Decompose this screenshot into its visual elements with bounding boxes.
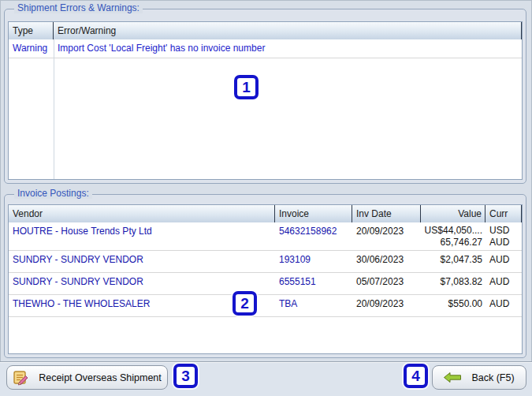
footer-bar: Receipt Overseas Shipment Back (F5) — [0, 361, 532, 396]
posting-vendor: HOUTRE - House Trends Pty Ltd — [9, 222, 275, 250]
posting-invoice: 6555151 — [275, 273, 352, 294]
errors-column-header-type[interactable]: Type — [9, 22, 54, 39]
postings-column-header-value[interactable]: Value — [421, 205, 485, 222]
back-button-label: Back (F5) — [471, 372, 514, 383]
annotation-marker-4: 4 — [404, 364, 428, 388]
postings-grid: Vendor Invoice Inv Date Value Curr HOUTR… — [8, 204, 523, 354]
posting-invoice: 193109 — [275, 251, 352, 272]
errors-column-header-message[interactable]: Error/Warning — [54, 22, 522, 39]
postings-grid-header: Vendor Invoice Inv Date Value Curr — [9, 205, 522, 223]
receipt-button-label: Receipt Overseas Shipment — [39, 372, 162, 383]
posting-value: $550.00 — [421, 295, 485, 316]
errors-grid-header: Type Error/Warning — [9, 22, 522, 40]
errors-grid-body: Warning Import Cost 'Local Freight' has … — [9, 39, 522, 179]
posting-invoice: 54632158962 — [275, 222, 352, 250]
error-row[interactable]: Warning Import Cost 'Local Freight' has … — [9, 39, 522, 58]
posting-value: US$44,050.... 65,746.27 — [421, 222, 485, 250]
postings-grid-body: HOUTRE - House Trends Pty Ltd 5463215896… — [9, 222, 522, 353]
shipment-errors-warnings-title: Shipment Errors & Warnings: — [14, 2, 143, 13]
posting-row[interactable]: HOUTRE - House Trends Pty Ltd 5463215896… — [9, 222, 522, 251]
posting-value: $2,047.35 — [421, 251, 485, 272]
back-arrow-icon — [444, 372, 461, 383]
receipt-overseas-shipment-button[interactable]: Receipt Overseas Shipment — [6, 365, 168, 390]
postings-column-header-inv-date[interactable]: Inv Date — [352, 205, 421, 222]
posting-curr: AUD — [485, 295, 522, 316]
posting-inv-date: 05/07/2023 — [352, 273, 421, 294]
errors-grid: Type Error/Warning Warning Import Cost '… — [8, 21, 523, 180]
annotation-marker-3: 3 — [173, 364, 198, 388]
invoice-postings-title: Invoice Postings: — [14, 188, 92, 199]
annotation-marker-2: 2 — [233, 291, 257, 316]
shipment-errors-warnings-panel: Shipment Errors & Warnings: Type Error/W… — [4, 9, 526, 184]
error-row-message: Import Cost 'Local Freight' has no invoi… — [54, 39, 522, 58]
back-button[interactable]: Back (F5) — [432, 365, 526, 390]
postings-column-header-invoice[interactable]: Invoice — [275, 205, 352, 222]
receipt-note-pencil-icon — [13, 370, 28, 386]
posting-inv-date: 30/06/2023 — [352, 251, 421, 272]
posting-curr: AUD — [485, 251, 522, 272]
errors-column-divider — [54, 39, 54, 179]
posting-curr: USD AUD — [485, 222, 522, 250]
posting-value: $7,083.82 — [421, 273, 485, 294]
posting-row[interactable]: THEWHO - THE WHOLESALER TBA 20/09/2023 $… — [9, 295, 522, 317]
posting-inv-date: 20/09/2023 — [352, 222, 421, 250]
postings-column-header-curr[interactable]: Curr — [485, 205, 522, 222]
posting-curr: AUD — [485, 273, 522, 294]
posting-vendor: SUNDRY - SUNDRY VENDOR — [9, 251, 275, 272]
invoice-postings-panel: Invoice Postings: Vendor Invoice Inv Dat… — [4, 194, 526, 358]
postings-column-header-vendor[interactable]: Vendor — [9, 205, 275, 222]
posting-inv-date: 20/09/2023 — [352, 295, 421, 316]
posting-invoice: TBA — [275, 295, 352, 316]
annotation-marker-1: 1 — [234, 75, 259, 99]
posting-row[interactable]: SUNDRY - SUNDRY VENDOR 6555151 05/07/202… — [9, 273, 522, 295]
posting-row[interactable]: SUNDRY - SUNDRY VENDOR 193109 30/06/2023… — [9, 251, 522, 273]
error-row-type: Warning — [9, 39, 54, 58]
